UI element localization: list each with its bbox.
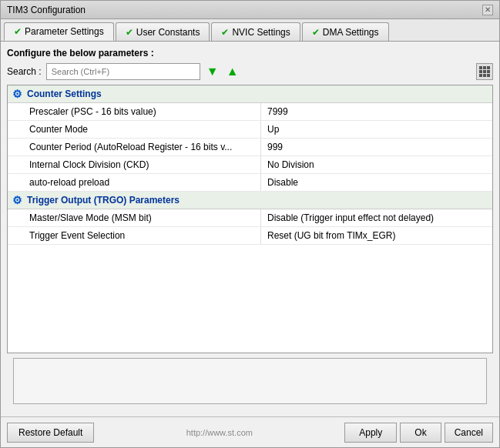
search-next-button[interactable]: ▼: [205, 64, 220, 79]
search-label: Search :: [7, 66, 42, 77]
table-row: auto-reload preload Disable: [8, 174, 492, 192]
tab-check-icon: ✔: [312, 27, 320, 38]
footer-watermark: http://www.st.com: [94, 428, 344, 437]
tab-bar: ✔ Parameter Settings ✔ User Constants ✔ …: [1, 19, 499, 42]
section-icon: ⚙: [12, 88, 22, 100]
tab-user-constants[interactable]: ✔ User Constants: [116, 22, 210, 41]
search-input[interactable]: [46, 63, 200, 80]
configure-label: Configure the below parameters :: [7, 48, 493, 59]
table-row: Counter Mode Up: [8, 121, 492, 139]
section-icon: ⚙: [12, 194, 22, 206]
params-table: ⚙ Counter Settings Prescaler (PSC - 16 b…: [7, 85, 493, 353]
restore-default-button[interactable]: Restore Default: [7, 423, 94, 443]
close-button[interactable]: ✕: [482, 5, 493, 15]
search-row: Search : ▼ ▲: [7, 63, 493, 80]
table-row: Internal Clock Division (CKD) No Divisio…: [8, 156, 492, 174]
window-title: TIM3 Configuration: [7, 5, 86, 15]
tab-check-icon: ✔: [221, 27, 229, 38]
section-label: Trigger Output (TRGO) Parameters: [27, 195, 180, 206]
table-row: Counter Period (AutoReload Register - 16…: [8, 139, 492, 156]
section-label: Counter Settings: [27, 89, 102, 99]
table-row: Master/Slave Mode (MSM bit) Disable (Tri…: [8, 209, 492, 227]
ok-button[interactable]: Ok: [400, 423, 441, 443]
bottom-area: [13, 358, 487, 404]
param-value[interactable]: No Division: [261, 156, 492, 173]
table-row: Trigger Event Selection Reset (UG bit fr…: [8, 227, 492, 245]
param-value[interactable]: Disable: [261, 174, 492, 191]
tab-label: Parameter Settings: [25, 26, 104, 37]
main-content: Configure the below parameters : Search …: [1, 42, 499, 416]
cancel-button[interactable]: Cancel: [445, 423, 493, 443]
tab-label: DMA Settings: [323, 27, 379, 38]
grid-view-button[interactable]: [476, 63, 493, 80]
grid-icon: [479, 66, 490, 77]
param-name: Internal Clock Division (CKD): [8, 156, 261, 173]
param-name: Master/Slave Mode (MSM bit): [8, 209, 261, 226]
search-prev-button[interactable]: ▲: [225, 64, 240, 79]
main-window: TIM3 Configuration ✕ ✔ Parameter Setting…: [0, 0, 500, 448]
tab-label: User Constants: [136, 27, 200, 38]
section-trigger-output: ⚙ Trigger Output (TRGO) Parameters: [8, 192, 492, 209]
footer: Restore Default http://www.st.com Apply …: [1, 416, 499, 447]
param-name: auto-reload preload: [8, 174, 261, 191]
tab-label: NVIC Settings: [232, 27, 290, 38]
param-value[interactable]: 999: [261, 139, 492, 155]
param-value[interactable]: Disable (Trigger input effect not delaye…: [261, 209, 492, 226]
tab-check-icon: ✔: [126, 27, 133, 38]
section-counter-settings: ⚙ Counter Settings: [8, 85, 492, 103]
param-value[interactable]: Reset (UG bit from TIMx_EGR): [261, 227, 492, 244]
param-name: Prescaler (PSC - 16 bits value): [8, 103, 261, 120]
param-value[interactable]: Up: [261, 121, 492, 138]
tab-check-icon: ✔: [14, 26, 22, 37]
table-row: Prescaler (PSC - 16 bits value) 7999: [8, 103, 492, 121]
title-bar: TIM3 Configuration ✕: [1, 1, 499, 19]
apply-button[interactable]: Apply: [344, 423, 397, 443]
param-name: Trigger Event Selection: [8, 227, 261, 244]
param-value[interactable]: 7999: [261, 103, 492, 120]
tab-parameter-settings[interactable]: ✔ Parameter Settings: [4, 22, 114, 41]
tab-nvic-settings[interactable]: ✔ NVIC Settings: [211, 22, 300, 41]
param-name: Counter Period (AutoReload Register - 16…: [8, 139, 261, 155]
tab-dma-settings[interactable]: ✔ DMA Settings: [302, 22, 389, 41]
param-name: Counter Mode: [8, 121, 261, 138]
